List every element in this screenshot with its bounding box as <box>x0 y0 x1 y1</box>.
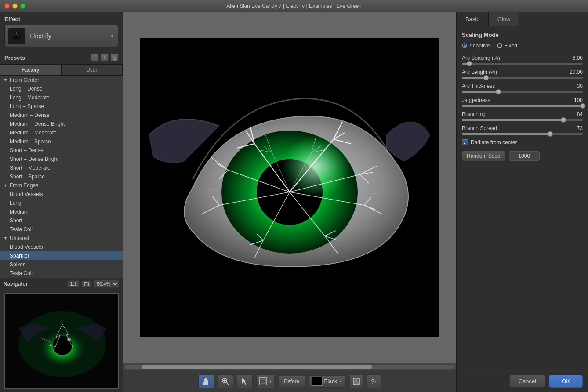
branching-fill <box>462 119 563 121</box>
list-item[interactable]: Short <box>0 216 123 225</box>
close-button[interactable] <box>4 4 10 9</box>
help-button[interactable]: ? ▾ <box>367 374 381 388</box>
list-item-sparkler[interactable]: Sparkler <box>0 251 123 260</box>
svg-line-12 <box>226 382 229 385</box>
adaptive-radio[interactable]: Adaptive <box>462 43 490 49</box>
adaptive-radio-circle <box>462 43 467 48</box>
branching-value: 84 <box>577 111 583 117</box>
left-panel: Effect Electrify ▼ Pr <box>0 12 123 392</box>
list-item[interactable]: Short – Sparse <box>0 172 123 181</box>
arc-length-value: 20.00 <box>570 69 583 75</box>
window-title: Alien Skin Eye Candy 7 | Electrify | Exa… <box>226 3 361 9</box>
preset-group-unusual[interactable]: ▼ Unusual <box>0 234 123 243</box>
fixed-radio-circle <box>497 43 502 48</box>
list-item[interactable]: Medium – Moderate <box>0 128 123 137</box>
hand-tool-button[interactable] <box>198 374 214 388</box>
canvas-toolbar: ▼ Before Black ▼ ? ▾ <box>123 370 456 392</box>
tab-basic[interactable]: Basic <box>457 12 489 26</box>
scaling-mode-title: Scaling Mode <box>462 32 583 38</box>
preset-list[interactable]: ▼ From Center Long – Dense Long – Modera… <box>0 76 123 278</box>
maximize-button[interactable] <box>20 4 25 9</box>
arc-length-label: Arc Length (%) <box>462 69 497 75</box>
zoom-1-1-button[interactable]: 1:1 <box>67 280 79 287</box>
ok-button[interactable]: OK <box>549 375 583 388</box>
list-item[interactable]: Long <box>0 199 123 207</box>
scrollbar-thumb[interactable] <box>142 365 372 369</box>
random-seed-button[interactable]: Random Seed <box>462 151 505 161</box>
arc-thickness-slider[interactable] <box>462 91 583 93</box>
tab-user[interactable]: User <box>62 65 123 75</box>
list-item[interactable]: Short – Moderate <box>0 163 123 172</box>
arc-spacing-slider[interactable] <box>462 63 583 65</box>
svg-rect-19 <box>354 381 359 384</box>
canvas-scrollbar[interactable] <box>123 363 456 370</box>
seed-value[interactable]: 1000 <box>509 151 540 161</box>
group-label-from-center: From Center <box>10 77 39 83</box>
branch-spread-thumb[interactable] <box>548 131 553 137</box>
jaggedness-thumb[interactable] <box>580 103 585 109</box>
radiate-checkbox[interactable]: ✓ <box>462 139 468 145</box>
list-item[interactable]: Tesla Coil <box>0 269 123 278</box>
tab-glow[interactable]: Glow <box>489 12 520 26</box>
branching-slider[interactable] <box>462 119 583 121</box>
navigator-header: Navigator 1:1 Fit 50.4% 25% 100% <box>0 278 123 290</box>
arc-thickness-header: Arc Thickness 30 <box>462 83 583 89</box>
preset-group-from-center[interactable]: ▼ From Center <box>0 76 123 84</box>
cancel-button[interactable]: Cancel <box>509 375 545 388</box>
preset-add-button[interactable]: + <box>101 54 109 62</box>
select-tool-button[interactable] <box>237 374 253 388</box>
navigator-preview <box>4 293 119 389</box>
effect-selector[interactable]: Electrify ▼ <box>4 25 118 47</box>
group-arrow-unusual: ▼ <box>4 236 7 240</box>
jaggedness-fill <box>462 105 583 107</box>
before-button[interactable]: Before <box>278 376 305 387</box>
minimize-button[interactable] <box>12 4 18 9</box>
group-label-unusual: Unusual <box>10 235 29 241</box>
effect-label: Effect <box>4 16 118 22</box>
zoom-tool-button[interactable] <box>218 374 233 388</box>
list-item[interactable]: Blood Vessels <box>0 243 123 251</box>
list-item[interactable]: Long – Moderate <box>0 93 123 102</box>
list-item[interactable]: Short – Dense Bright <box>0 155 123 163</box>
list-item[interactable]: Medium – Sparse <box>0 137 123 146</box>
adaptive-radio-label: Adaptive <box>469 43 490 49</box>
list-item[interactable]: Medium – Dense Bright <box>0 120 123 128</box>
list-item[interactable]: Medium – Dense <box>0 111 123 120</box>
jaggedness-slider[interactable] <box>462 105 583 107</box>
jaggedness-label: Jaggedness <box>462 97 490 103</box>
right-content: Scaling Mode Adaptive Fixed Arc Spacing … <box>457 26 588 370</box>
arc-thickness-fill <box>462 91 498 93</box>
frame-button[interactable]: ▼ <box>256 374 275 388</box>
arc-spacing-value: 6.00 <box>573 55 583 61</box>
save-button[interactable] <box>349 374 363 388</box>
branch-spread-header: Branch Spread 73 <box>462 125 583 131</box>
checkbox-checkmark: ✓ <box>463 140 467 145</box>
list-item[interactable]: Spikes <box>0 260 123 269</box>
color-picker-button[interactable]: Black ▼ <box>309 375 346 388</box>
presets-section: Presets − + ⌂ Factory User ▼ From Center… <box>0 51 123 278</box>
list-item[interactable]: Long – Dense <box>0 84 123 93</box>
preset-group-from-edges[interactable]: ▼ From Edges <box>0 181 123 190</box>
tab-factory[interactable]: Factory <box>0 65 62 75</box>
list-item[interactable]: Blood Vessels <box>0 190 123 199</box>
preset-remove-button[interactable]: − <box>91 54 99 62</box>
list-item[interactable]: Medium <box>0 207 123 216</box>
zoom-fit-button[interactable]: Fit <box>81 280 92 287</box>
branching-thumb[interactable] <box>561 117 566 123</box>
list-item[interactable]: Long – Sparse <box>0 102 123 111</box>
arc-length-header: Arc Length (%) 20.00 <box>462 69 583 75</box>
arc-thickness-thumb[interactable] <box>496 89 501 94</box>
scrollbar-track[interactable] <box>125 365 454 369</box>
preset-home-button[interactable]: ⌂ <box>110 54 118 62</box>
arc-length-thumb[interactable] <box>483 75 489 80</box>
arc-spacing-thumb[interactable] <box>467 61 472 66</box>
arc-length-slider[interactable] <box>462 77 583 79</box>
canvas-viewport[interactable] <box>123 12 456 363</box>
list-item[interactable]: Short – Dense <box>0 146 123 155</box>
branch-spread-slider[interactable] <box>462 133 583 135</box>
list-item[interactable]: Tesla Coil <box>0 225 123 234</box>
titlebar: Alien Skin Eye Candy 7 | Electrify | Exa… <box>0 0 588 12</box>
zoom-select[interactable]: 50.4% 25% 100% <box>94 280 119 288</box>
navigator-title: Navigator <box>4 281 65 287</box>
fixed-radio[interactable]: Fixed <box>497 43 517 49</box>
